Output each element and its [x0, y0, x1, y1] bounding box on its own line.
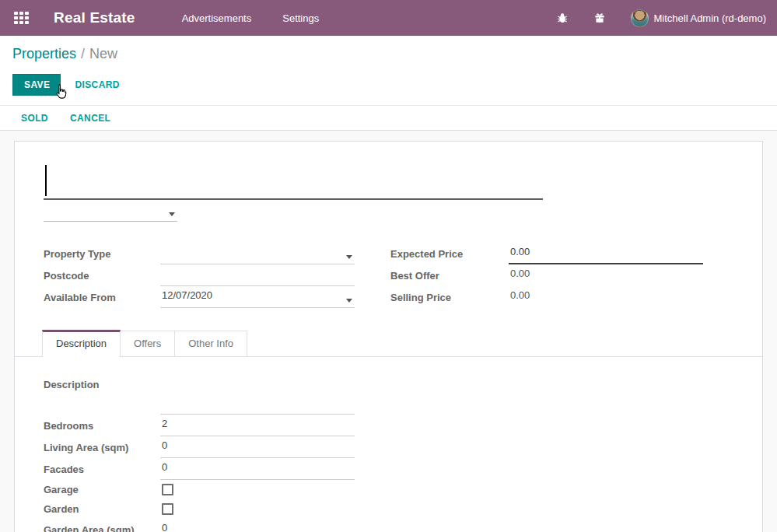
field-row-bedrooms: Bedrooms 2 — [44, 415, 733, 436]
available-from-label: Available From — [44, 292, 160, 308]
garden-area-label: Garden Area (sqm) — [44, 524, 160, 532]
field-row-expected-price: Expected Price 0.00 — [390, 243, 733, 264]
breadcrumb-properties-link[interactable]: Properties — [12, 46, 76, 61]
gift-icon[interactable] — [593, 12, 606, 24]
facades-value: 0 — [162, 461, 167, 473]
form-view: Property Type Postcode Available Fr — [0, 131, 777, 532]
discard-button[interactable]: DISCARD — [75, 79, 119, 90]
tab-description[interactable]: Description — [42, 330, 121, 357]
garden-checkbox[interactable] — [162, 503, 173, 515]
facades-label: Facades — [44, 464, 160, 480]
menu-item-advertisements[interactable]: Advertisements — [180, 9, 254, 27]
top-navbar: Real Estate Advertisements Settings Mitc… — [0, 0, 777, 36]
garden-area-value: 0 — [162, 522, 167, 532]
tab-other-info[interactable]: Other Info — [174, 331, 247, 356]
living-area-input[interactable]: 0 — [160, 439, 355, 458]
selling-price-label: Selling Price — [390, 292, 509, 308]
mouse-cursor-hand-icon — [51, 82, 70, 101]
garden-area-input[interactable]: 0 — [160, 522, 355, 532]
form-buttons-row: SAVE DISCARD — [12, 74, 765, 95]
chevron-down-icon — [346, 255, 352, 259]
field-grid: Property Type Postcode Available Fr — [44, 243, 733, 308]
navbar-right: Mitchell Admin (rd-demo) — [556, 9, 767, 27]
field-row-facades: Facades 0 — [44, 458, 733, 480]
description-tab-page: Description Bedrooms 2 Living Area (sqm)… — [44, 374, 733, 532]
field-row-best-offer: Best Offer 0.00 — [390, 264, 733, 286]
user-menu[interactable]: Mitchell Admin (rd-demo) — [654, 12, 767, 24]
breadcrumb: Properties/New — [12, 46, 765, 62]
selling-price-value: 0.00 — [509, 289, 703, 308]
property-tag-input[interactable] — [44, 201, 177, 222]
user-avatar[interactable] — [631, 9, 649, 27]
description-label: Description — [44, 374, 160, 415]
apps-grid-icon[interactable] — [14, 12, 29, 25]
bug-icon[interactable] — [556, 12, 569, 24]
field-row-garage: Garage — [44, 480, 733, 499]
garage-checkbox[interactable] — [162, 484, 173, 495]
bedrooms-label: Bedrooms — [44, 420, 160, 436]
field-column-right: Expected Price 0.00 Best Offer 0.00 Sell… — [390, 243, 733, 308]
field-row-description: Description — [44, 374, 733, 415]
best-offer-value: 0.00 — [509, 268, 703, 286]
form-sheet: Property Type Postcode Available Fr — [14, 141, 763, 532]
bedrooms-input[interactable]: 2 — [160, 418, 355, 436]
save-button-label: SAVE — [24, 79, 50, 90]
field-row-selling-price: Selling Price 0.00 — [390, 286, 733, 308]
field-row-garden: Garden — [44, 499, 733, 519]
app-title: Real Estate — [54, 9, 135, 26]
save-button[interactable]: SAVE — [12, 74, 61, 96]
form-statusbar: SOLD CANCEL — [0, 105, 777, 131]
postcode-input[interactable] — [160, 268, 355, 286]
available-from-value: 12/07/2020 — [162, 289, 212, 301]
text-caret — [45, 165, 47, 196]
menu-item-settings[interactable]: Settings — [281, 9, 320, 27]
available-from-input[interactable]: 12/07/2020 — [160, 289, 355, 308]
bedrooms-value: 2 — [162, 418, 167, 429]
field-row-available-from: Available From 12/07/2020 — [44, 286, 390, 308]
control-panel: Properties/New SAVE DISCARD — [0, 36, 777, 105]
cancel-button[interactable]: CANCEL — [70, 113, 110, 124]
expected-price-input[interactable]: 0.00 — [509, 246, 703, 264]
best-offer-label: Best Offer — [390, 270, 509, 286]
notebook-tabs: Description Offers Other Info — [15, 330, 762, 357]
postcode-label: Postcode — [44, 270, 160, 286]
field-row-postcode: Postcode — [44, 264, 390, 286]
living-area-value: 0 — [162, 439, 167, 451]
expected-price-value: 0.00 — [510, 246, 530, 257]
field-row-property-type: Property Type — [44, 243, 390, 264]
tab-offers[interactable]: Offers — [120, 331, 175, 356]
property-type-label: Property Type — [44, 248, 160, 264]
breadcrumb-current: New — [89, 46, 117, 61]
garden-label: Garden — [44, 503, 160, 515]
breadcrumb-separator: / — [81, 46, 85, 61]
property-type-input[interactable] — [160, 246, 355, 264]
facades-input[interactable]: 0 — [160, 461, 355, 480]
navbar-menu: Advertisements Settings — [180, 9, 321, 27]
description-textarea[interactable] — [160, 374, 355, 415]
field-row-garden-area: Garden Area (sqm) 0 — [44, 519, 733, 532]
chevron-down-icon — [346, 299, 352, 303]
chevron-down-icon — [169, 212, 175, 216]
living-area-label: Living Area (sqm) — [44, 442, 160, 458]
field-row-living-area: Living Area (sqm) 0 — [44, 436, 733, 458]
expected-price-label: Expected Price — [390, 248, 509, 264]
garage-label: Garage — [44, 484, 160, 495]
property-name-input[interactable] — [44, 164, 543, 200]
field-column-left: Property Type Postcode Available Fr — [44, 243, 390, 308]
sold-button[interactable]: SOLD — [21, 113, 48, 124]
